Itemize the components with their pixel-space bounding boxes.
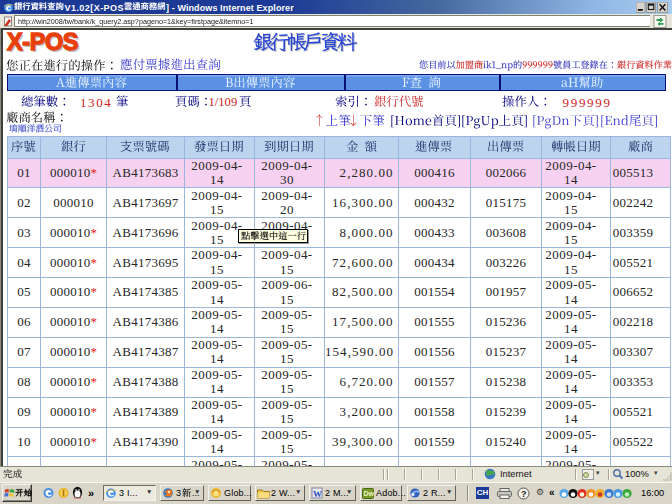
svg-text:Dw: Dw (364, 490, 375, 497)
svg-text:?: ? (521, 489, 527, 499)
svg-text:W: W (313, 489, 322, 499)
